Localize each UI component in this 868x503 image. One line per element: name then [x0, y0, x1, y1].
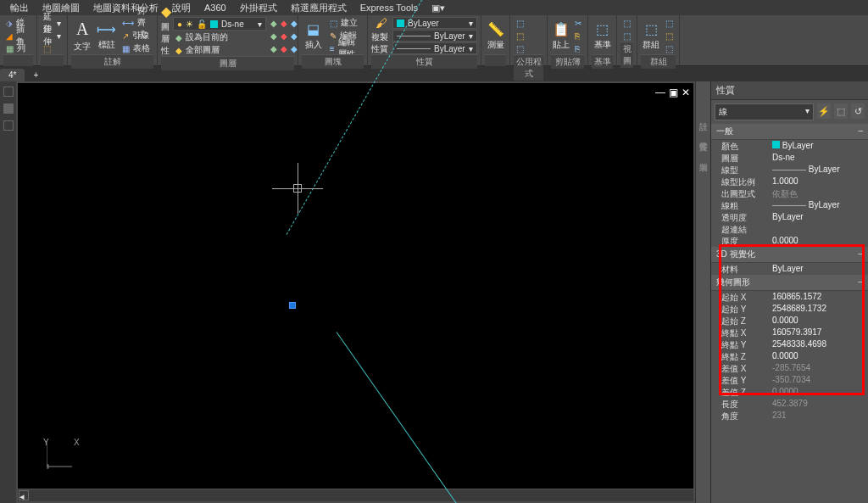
- geometry-row: 差值 X-285.7654: [711, 362, 868, 374]
- geometry-row: 起始 Z0.0000: [711, 315, 868, 327]
- util-2[interactable]: ⬚: [514, 30, 526, 42]
- menu-bar: 輸出 地圖繪圖 地圖資料和分析 說明 A360 外掛程式 精選應用程式 Expr…: [0, 0, 868, 15]
- ribbon-clipboard-label: 性質: [371, 54, 477, 69]
- dimension-button[interactable]: ⟼ 標註: [96, 17, 119, 54]
- ribbon-alllayers[interactable]: ◆全部圖層: [173, 44, 266, 56]
- geometry-row: 起始 X160865.1572: [711, 291, 868, 303]
- geometry-row: 起始 Y2548689.1732: [711, 303, 868, 315]
- geometry-row: 差值 Y-350.7034: [711, 374, 868, 386]
- dimension-icon: ⟼: [97, 21, 116, 37]
- construction-line: [337, 332, 512, 503]
- layer-misc-3[interactable]: ◆◆◆: [268, 42, 300, 54]
- paste-icon: 📋: [553, 21, 570, 37]
- horizontal-scrollbar[interactable]: ◂: [18, 489, 693, 501]
- match-properties-button[interactable]: 🖌 複製性質: [371, 17, 391, 54]
- ribbon-annotate-label: 註解: [71, 54, 153, 69]
- ribbon-array[interactable]: ▦列: [3, 42, 33, 54]
- linetype-bylayer-dropdown[interactable]: ByLayer▾: [392, 30, 477, 42]
- side-tab-strip: 設計 零件性質 繪製: [695, 81, 710, 503]
- basic-button[interactable]: ⬚ 基準: [592, 17, 613, 54]
- select-objects-icon[interactable]: ⬚: [834, 103, 848, 119]
- left-tool-1[interactable]: [3, 87, 14, 97]
- layer-dropdown[interactable]: ● ☀ 🔓 Ds-ne ▾: [173, 17, 266, 31]
- minimize-icon[interactable]: —: [655, 87, 665, 98]
- ucs-icon: Y X: [43, 438, 77, 472]
- ribbon-create[interactable]: ⬚建立: [327, 17, 364, 29]
- ribbon-editattr[interactable]: ≡編輯屬性: [327, 42, 364, 54]
- menu-featured[interactable]: 精選應用程式: [284, 2, 353, 14]
- ribbon-align[interactable]: ⟷對齊式: [120, 17, 153, 29]
- ribbon-group-label: 群組: [641, 54, 676, 69]
- ribbon-table[interactable]: ▦表格: [120, 42, 153, 54]
- measure-icon: 📏: [487, 21, 504, 37]
- ribbon-fillet[interactable]: ◢插角: [3, 30, 33, 42]
- geometry-row: 終點 Z0.0000: [711, 350, 868, 362]
- insert-icon: ⬓: [307, 21, 320, 37]
- pickadd-icon[interactable]: ↺: [851, 103, 865, 119]
- insert-button[interactable]: ⬓ 插入: [302, 17, 326, 54]
- geometry-row: 終點 X160579.3917: [711, 327, 868, 338]
- properties-panel: 性質 線▾ ⚡ ⬚ ↺ 一般– 顏色 ByLayer 圖層Ds-ne 線型 By…: [710, 81, 868, 503]
- selection-grip[interactable]: [289, 302, 296, 309]
- text-button[interactable]: A 文字: [71, 17, 94, 54]
- left-toolbar: [0, 81, 16, 503]
- quick-select-icon[interactable]: ⚡: [817, 103, 831, 119]
- measure-button[interactable]: 📏 測量: [485, 17, 506, 54]
- lineweight-bylayer-dropdown[interactable]: ByLayer▾: [392, 42, 477, 54]
- ribbon-setcurrent[interactable]: ◆設為目前的: [173, 31, 266, 43]
- lock-icon: 🔓: [197, 20, 207, 29]
- main-area: — ▣ ✕ Y X: [0, 81, 868, 503]
- file-tab[interactable]: 4*: [0, 69, 25, 81]
- menu-overflow-icon[interactable]: ▣▾: [425, 3, 452, 14]
- geometry-row: 角度231: [711, 410, 868, 422]
- ribbon-misc[interactable]: ⬚: [41, 42, 64, 54]
- left-tool-3[interactable]: [3, 120, 14, 131]
- geometry-row: 長度452.3879: [711, 398, 868, 410]
- geometry-row: 終點 Y2548338.4698: [711, 338, 868, 350]
- section-geometry[interactable]: 幾何圖形–: [711, 275, 868, 291]
- ribbon-block-label: 圖塊: [302, 54, 364, 69]
- util-1[interactable]: ⬚: [514, 17, 526, 29]
- util-3[interactable]: ⬚: [514, 42, 526, 54]
- ribbon-paste-label: 剪貼簿: [551, 54, 584, 69]
- lightbulb-icon: ●: [177, 20, 182, 29]
- sun-icon: ☀: [186, 20, 193, 29]
- text-icon: A: [76, 20, 88, 39]
- object-type-selector[interactable]: 線▾: [715, 103, 814, 120]
- layer-properties-button[interactable]: ◆ 圖層性質: [161, 17, 171, 54]
- color-swatch: [772, 141, 780, 148]
- geometry-row: 差值 Z0.0000: [711, 386, 868, 398]
- basic-icon: ⬚: [596, 21, 609, 37]
- file-tab-add[interactable]: +: [25, 69, 47, 81]
- ribbon-view-label: 視圖: [620, 42, 633, 68]
- menu-mapdata[interactable]: 地圖資料和分析: [86, 2, 165, 14]
- ribbon-basic-label: 基準: [592, 54, 613, 69]
- layers-icon: ◆: [161, 3, 171, 20]
- properties-title: 性質: [711, 81, 868, 100]
- section-general[interactable]: 一般–: [711, 124, 868, 140]
- layer-misc-2[interactable]: ◆◆◆: [268, 30, 300, 42]
- menu-plugin[interactable]: 外掛程式: [233, 2, 284, 14]
- group-button[interactable]: ⬚ 群組: [641, 17, 661, 54]
- ribbon: ⬗鏡 ◢插角 ▦列 延伸▾ 延伸▾ ⬚ A 文字 ⟼ 標註: [0, 15, 868, 66]
- match-icon: 🖌: [376, 16, 387, 30]
- section-3d-visual[interactable]: 3D 視覺化–: [711, 247, 868, 263]
- drawing-canvas[interactable]: — ▣ ✕ Y X: [18, 83, 693, 489]
- layer-misc-1[interactable]: ◆◆◆: [268, 17, 300, 29]
- ribbon-leader[interactable]: ↗引線: [120, 30, 153, 42]
- restore-icon[interactable]: ▣: [669, 87, 678, 98]
- canvas-wrap: — ▣ ✕ Y X: [16, 81, 695, 503]
- group-icon: ⬚: [645, 21, 658, 37]
- left-tool-2[interactable]: [3, 103, 14, 114]
- ribbon-layer-label: 圖層: [161, 56, 294, 70]
- menu-a360[interactable]: A360: [198, 3, 233, 13]
- paste-button[interactable]: 📋 貼上: [551, 17, 570, 54]
- ribbon-extend2[interactable]: 延伸▾: [41, 30, 64, 42]
- menu-output[interactable]: 輸出: [3, 2, 36, 14]
- layer-color-swatch: [210, 20, 218, 28]
- ribbon-util-label: 公用程式: [514, 54, 543, 81]
- close-icon[interactable]: ✕: [682, 87, 690, 98]
